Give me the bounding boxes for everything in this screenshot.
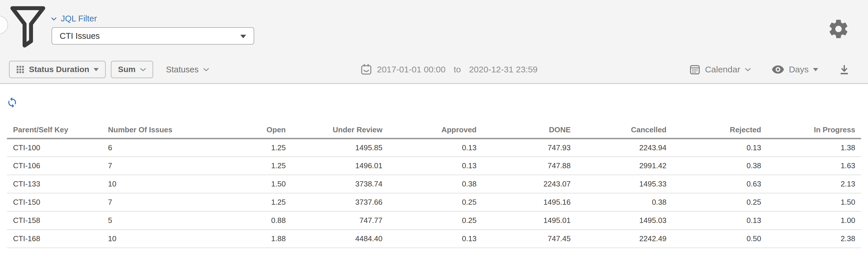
- toolbar-left: Status Duration Sum Statuses: [9, 61, 209, 78]
- cell: CTI-133: [7, 175, 102, 193]
- cell: 1.25: [192, 193, 286, 212]
- cell: 1.25: [192, 138, 286, 157]
- date-separator: to: [454, 65, 461, 74]
- cell: 0.25: [382, 212, 476, 230]
- cell: 1495.33: [571, 175, 666, 193]
- column-header: Cancelled: [571, 122, 666, 138]
- cell: 1.38: [761, 138, 861, 157]
- cell: CTI-106: [7, 157, 102, 175]
- cell: 0.63: [666, 175, 761, 193]
- aggregation-button[interactable]: Sum: [111, 61, 153, 78]
- cell: CTI-158: [7, 212, 102, 230]
- cell: 1495.01: [476, 212, 571, 230]
- filter-select[interactable]: CTI Issues: [52, 27, 254, 44]
- cell: 2.13: [761, 175, 861, 193]
- grid-icon: [16, 65, 25, 74]
- column-header: Rejected: [666, 122, 761, 138]
- cell: 747.45: [476, 230, 571, 248]
- table-body: CTI-10061.251495.850.13747.932243.940.13…: [7, 138, 861, 248]
- jql-filter-label: JQL Filter: [61, 14, 97, 24]
- statuses-dropdown[interactable]: Statuses: [166, 65, 209, 74]
- cell: 747.93: [476, 138, 571, 157]
- view-mode-label: Calendar: [705, 65, 740, 74]
- cell: 1495.03: [571, 212, 666, 230]
- cell: 0.13: [382, 138, 476, 157]
- cell: 7: [102, 157, 192, 175]
- cell: CTI-168: [7, 230, 102, 248]
- filter-icon: [10, 5, 46, 49]
- cell: 3737.66: [286, 193, 382, 212]
- column-header: Open: [192, 122, 286, 138]
- column-header: Under Review: [286, 122, 382, 138]
- calendar-range-icon: [360, 63, 372, 75]
- topbar: JQL Filter CTI Issues Status Duration Su…: [0, 0, 868, 84]
- cell: 1495.85: [286, 138, 382, 157]
- table-row: CTI-168101.884484.400.13747.452242.490.5…: [7, 230, 861, 248]
- statuses-label: Statuses: [166, 65, 198, 74]
- eye-icon: [771, 65, 785, 74]
- cell: 0.38: [666, 157, 761, 175]
- cell: 1495.16: [476, 193, 571, 212]
- column-header: Parent/Self Key: [7, 122, 102, 138]
- cell: 1.25: [192, 157, 286, 175]
- jql-filter-toggle[interactable]: JQL Filter: [51, 14, 97, 24]
- filter-select-value: CTI Issues: [60, 31, 100, 41]
- cell: CTI-100: [7, 138, 102, 157]
- view-mode-dropdown[interactable]: Calendar: [689, 64, 751, 75]
- date-range-picker[interactable]: 2017-01-01 00:00 to 2020-12-31 23:59: [360, 61, 538, 78]
- cell: 0.38: [571, 193, 666, 212]
- cell: 1.50: [192, 175, 286, 193]
- column-header: Number Of Issues: [102, 122, 192, 138]
- table-row: CTI-133101.503738.740.382243.071495.330.…: [7, 175, 861, 193]
- cell: 1.63: [761, 157, 861, 175]
- calendar-grid-icon: [689, 64, 701, 75]
- table-row: CTI-15071.253737.660.251495.160.380.251.…: [7, 193, 861, 212]
- date-to: 2020-12-31 23:59: [469, 65, 538, 74]
- cell: 0.13: [666, 212, 761, 230]
- caret-down-icon: [813, 68, 818, 71]
- download-button[interactable]: [838, 64, 850, 75]
- cell: 2243.94: [571, 138, 666, 157]
- column-header: DONE: [476, 122, 571, 138]
- cell: 0.13: [666, 138, 761, 157]
- chevron-down-icon: [203, 67, 209, 71]
- settings-button[interactable]: [828, 18, 849, 40]
- cell: 10: [102, 230, 192, 248]
- table-row: CTI-15850.88747.770.251495.011495.030.13…: [7, 212, 861, 230]
- cell: 0.25: [666, 193, 761, 212]
- cell: 2242.49: [571, 230, 666, 248]
- cell: 1.00: [761, 212, 861, 230]
- cell: CTI-150: [7, 193, 102, 212]
- cell: 2.38: [761, 230, 861, 248]
- aggregation-label: Sum: [118, 65, 135, 74]
- column-header: Approved: [382, 122, 476, 138]
- cell: 1496.01: [286, 157, 382, 175]
- unit-dropdown[interactable]: Days: [771, 65, 818, 74]
- cell: 4484.40: [286, 230, 382, 248]
- caret-down-icon: [240, 35, 246, 38]
- panel-handle[interactable]: [0, 15, 8, 34]
- unit-label: Days: [789, 65, 809, 74]
- cell: 5: [102, 212, 192, 230]
- cell: 747.88: [476, 157, 571, 175]
- caret-down-icon: [94, 68, 99, 71]
- date-from: 2017-01-01 00:00: [377, 65, 445, 74]
- chevron-down-icon: [140, 67, 146, 71]
- cell: 2991.42: [571, 157, 666, 175]
- cell: 0.88: [192, 212, 286, 230]
- cell: 1.88: [192, 230, 286, 248]
- table-row: CTI-10671.251496.010.13747.882991.420.38…: [7, 157, 861, 175]
- cell: 0.25: [382, 193, 476, 212]
- cell: 1.50: [761, 193, 861, 212]
- chevron-down-icon: [745, 67, 751, 71]
- gadget-type-button[interactable]: Status Duration: [9, 61, 106, 78]
- cell: 3738.74: [286, 175, 382, 193]
- chevron-down-icon: [51, 17, 57, 21]
- cell: 2243.07: [476, 175, 571, 193]
- cell: 0.13: [382, 157, 476, 175]
- cell: 7: [102, 193, 192, 212]
- refresh-button[interactable]: [6, 97, 18, 108]
- cell: 747.77: [286, 212, 382, 230]
- table-header-row: Parent/Self KeyNumber Of IssuesOpenUnder…: [7, 122, 861, 138]
- gadget-type-label: Status Duration: [29, 65, 89, 74]
